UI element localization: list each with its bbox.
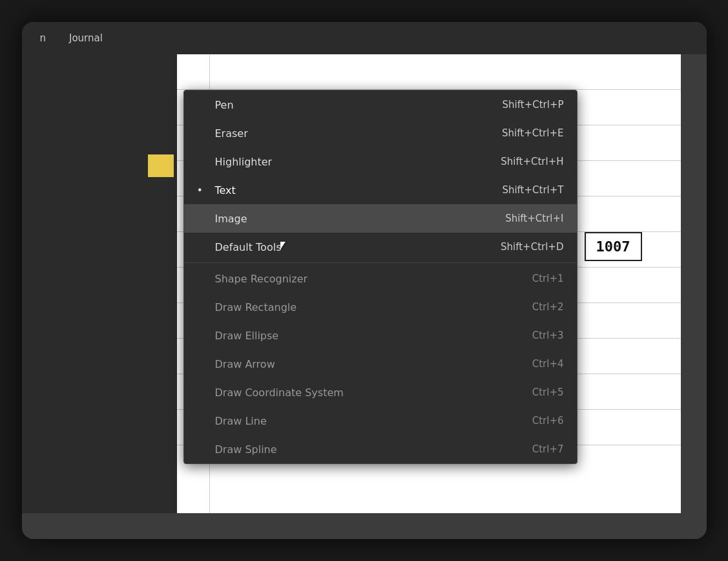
- menubar-item-n[interactable]: n: [35, 30, 52, 47]
- bullet-draw-coordinate-system: [197, 386, 207, 399]
- draw-line-shortcut: Ctrl+6: [532, 415, 564, 427]
- bullet-draw-ellipse: [197, 330, 207, 342]
- menu-separator: [184, 262, 577, 263]
- default-tools-shortcut: Shift+Ctrl+D: [501, 241, 563, 253]
- draw-rectangle-shortcut: Ctrl+2: [532, 301, 564, 313]
- number-display: 1007: [585, 232, 642, 261]
- menu-item-pen[interactable]: Pen Shift+Ctrl+P: [184, 90, 577, 119]
- menu-item-draw-coordinate-system[interactable]: Draw Coordinate System Ctrl+5: [184, 378, 577, 407]
- bullet-draw-arrow: [197, 358, 207, 370]
- text-label: Text: [215, 184, 236, 196]
- draw-ellipse-label: Draw Ellipse: [215, 330, 279, 342]
- draw-ellipse-shortcut: Ctrl+3: [532, 330, 564, 341]
- bullet-pen: [197, 99, 207, 111]
- eraser-label: Eraser: [215, 127, 248, 140]
- draw-arrow-label: Draw Arrow: [215, 358, 275, 370]
- highlighter-shortcut: Shift+Ctrl+H: [501, 156, 563, 167]
- menu-item-draw-rectangle[interactable]: Draw Rectangle Ctrl+2: [184, 293, 577, 321]
- image-shortcut: Shift+Ctrl+I: [505, 213, 563, 224]
- menu-item-highlighter[interactable]: Highlighter Shift+Ctrl+H: [184, 147, 577, 176]
- left-sidebar: [22, 54, 177, 513]
- draw-arrow-shortcut: Ctrl+4: [532, 358, 564, 370]
- draw-line-label: Draw Line: [215, 415, 267, 427]
- menubar-item-journal[interactable]: Journal: [64, 30, 108, 47]
- default-tools-label: Default Tools: [215, 241, 282, 253]
- menu-item-default-tools[interactable]: Default Tools Shift+Ctrl+D: [184, 233, 577, 261]
- menubar: n Journal: [22, 22, 707, 54]
- bullet-eraser: [197, 127, 207, 140]
- bullet-highlighter: [197, 156, 207, 168]
- bullet-image: [197, 213, 207, 225]
- draw-spline-label: Draw Spline: [215, 443, 277, 456]
- screen-frame: n Journal 1007 Pen Shift+Ctrl+P: [22, 22, 707, 539]
- bullet-default-tools: [197, 241, 207, 253]
- bullet-draw-spline: [197, 443, 207, 456]
- bullet-draw-rectangle: [197, 301, 207, 313]
- menu-item-draw-arrow[interactable]: Draw Arrow Ctrl+4: [184, 350, 577, 378]
- menu-item-draw-ellipse[interactable]: Draw Ellipse Ctrl+3: [184, 321, 577, 350]
- pen-shortcut: Shift+Ctrl+P: [503, 99, 564, 111]
- draw-coordinate-system-shortcut: Ctrl+5: [532, 386, 564, 398]
- shape-recognizer-shortcut: Ctrl+1: [532, 273, 564, 284]
- menu-item-eraser[interactable]: Eraser Shift+Ctrl+E: [184, 119, 577, 147]
- bullet-shape-recognizer: [197, 273, 207, 285]
- bullet-text: •: [197, 184, 207, 196]
- draw-spline-shortcut: Ctrl+7: [532, 443, 564, 455]
- text-shortcut: Shift+Ctrl+T: [502, 184, 563, 196]
- eraser-shortcut: Shift+Ctrl+E: [502, 127, 563, 139]
- dropdown-menu: Pen Shift+Ctrl+P Eraser Shift+Ctrl+E Hig…: [183, 90, 577, 464]
- pen-label: Pen: [215, 99, 234, 111]
- menu-item-draw-line[interactable]: Draw Line Ctrl+6: [184, 407, 577, 435]
- draw-rectangle-label: Draw Rectangle: [215, 301, 297, 313]
- menu-item-draw-spline[interactable]: Draw Spline Ctrl+7: [184, 435, 577, 463]
- menu-item-image[interactable]: Image Shift+Ctrl+I: [184, 204, 577, 233]
- image-label: Image: [215, 213, 247, 225]
- bullet-draw-line: [197, 415, 207, 427]
- table-row-1: [177, 54, 681, 90]
- draw-coordinate-system-label: Draw Coordinate System: [215, 386, 344, 399]
- menu-item-text[interactable]: • Text Shift+Ctrl+T: [184, 176, 577, 204]
- highlighter-label: Highlighter: [215, 156, 273, 168]
- shape-recognizer-label: Shape Recognizer: [215, 273, 308, 285]
- color-swatch: [148, 154, 174, 177]
- menu-item-shape-recognizer[interactable]: Shape Recognizer Ctrl+1: [184, 264, 577, 293]
